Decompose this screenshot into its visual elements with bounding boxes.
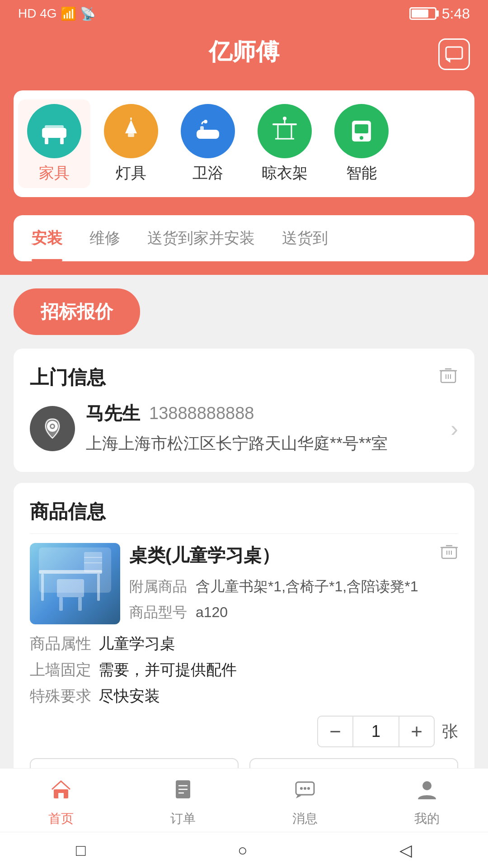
svg-rect-34 bbox=[78, 597, 82, 611]
network-indicator: HD 4G bbox=[18, 6, 57, 21]
category-item-drying[interactable]: 晾衣架 bbox=[249, 99, 321, 188]
product-attributes: 商品属性 儿童学习桌 上墙固定 需要，并可提供配件 特殊要求 尽快安装 bbox=[30, 633, 458, 707]
category-scroll: 家具 灯具 卫浴 bbox=[14, 90, 474, 197]
svg-rect-31 bbox=[97, 574, 100, 601]
nav-item-messages[interactable]: 消息 bbox=[244, 778, 366, 827]
category-item-bathroom[interactable]: 卫浴 bbox=[172, 99, 244, 188]
address-card: 上门信息 bbox=[14, 349, 474, 472]
bid-button[interactable]: 招标报价 bbox=[14, 288, 140, 335]
address-detail: 上海上海市松江区长宁路天山华庭**号**室 bbox=[86, 431, 435, 456]
product-name: 桌类(儿童学习桌） bbox=[129, 543, 280, 568]
svg-point-54 bbox=[422, 781, 432, 790]
nav-circle-button[interactable]: ○ bbox=[238, 841, 248, 860]
address-phone: 13888888888 bbox=[149, 404, 254, 423]
svg-rect-2 bbox=[45, 125, 64, 130]
svg-rect-33 bbox=[59, 597, 63, 611]
product-delete-icon[interactable] bbox=[440, 543, 458, 566]
tab-repair[interactable]: 维修 bbox=[76, 215, 134, 261]
svg-rect-30 bbox=[41, 574, 44, 601]
address-info: 马先生 13888888888 上海上海市松江区长宁路天山华庭**号**室 bbox=[86, 401, 435, 456]
svg-rect-45 bbox=[58, 793, 64, 798]
smart-label: 智能 bbox=[346, 163, 377, 184]
status-left: HD 4G 📶 📡 bbox=[18, 6, 96, 21]
bathroom-icon bbox=[181, 104, 235, 158]
app-title: 亿师傅 bbox=[209, 36, 279, 68]
svg-point-52 bbox=[304, 787, 306, 790]
svg-rect-32 bbox=[57, 579, 84, 597]
tab-deliver[interactable]: 送货到 bbox=[268, 215, 342, 261]
svg-rect-17 bbox=[355, 124, 368, 133]
quantity-increase-button[interactable]: + bbox=[399, 716, 435, 747]
address-row: 马先生 13888888888 上海上海市松江区长宁路天山华庭**号**室 › bbox=[30, 401, 458, 456]
accessory-value: 含儿童书架*1,含椅子*1,含陪读凳*1 bbox=[196, 578, 418, 594]
svg-rect-3 bbox=[45, 138, 48, 144]
svg-point-53 bbox=[307, 787, 310, 790]
tabs-container: 安装 维修 送货到家并安装 送货到 bbox=[14, 215, 474, 261]
product-item: 桌类(儿童学习桌） bbox=[30, 543, 458, 747]
quantity-decrease-button[interactable]: − bbox=[317, 716, 353, 747]
wifi-icon: 📡 bbox=[80, 6, 96, 21]
tab-deliver-install[interactable]: 送货到家并安装 bbox=[134, 215, 268, 261]
category-item-smart[interactable]: 智能 bbox=[325, 99, 398, 188]
smart-icon bbox=[334, 104, 389, 158]
profile-nav-label: 我的 bbox=[414, 810, 440, 827]
nav-item-orders[interactable]: 订单 bbox=[122, 778, 244, 827]
messages-nav-label: 消息 bbox=[292, 810, 318, 827]
wallfixed-label: 上墙固定 bbox=[30, 660, 91, 680]
message-button[interactable] bbox=[438, 38, 470, 70]
furniture-label: 家具 bbox=[39, 163, 70, 184]
nav-square-button[interactable]: □ bbox=[76, 841, 86, 860]
attribute-label: 商品属性 bbox=[30, 633, 91, 654]
specialreq-value: 尽快安装 bbox=[99, 686, 160, 707]
product-card-header: 商品信息 bbox=[30, 499, 458, 524]
lighting-icon bbox=[104, 104, 158, 158]
address-arrow-icon[interactable]: › bbox=[450, 415, 458, 442]
accessory-label: 附属商品 bbox=[129, 578, 187, 594]
product-info: 桌类(儿童学习桌） bbox=[129, 543, 458, 624]
drying-label: 晾衣架 bbox=[262, 163, 308, 184]
svg-point-9 bbox=[204, 120, 207, 123]
quantity-row: − 1 + 张 bbox=[30, 716, 458, 747]
profile-nav-icon bbox=[415, 778, 439, 807]
model-label: 商品型号 bbox=[129, 604, 187, 620]
tab-install[interactable]: 安装 bbox=[18, 215, 76, 261]
product-accessory: 附属商品 含儿童书架*1,含椅子*1,含陪读凳*1 bbox=[129, 575, 458, 598]
address-section-title: 上门信息 bbox=[30, 365, 106, 390]
product-row: 桌类(儿童学习桌） bbox=[30, 543, 458, 624]
address-delete-icon[interactable] bbox=[438, 365, 458, 390]
location-icon bbox=[30, 406, 75, 451]
system-nav: □ ○ ◁ bbox=[0, 832, 488, 868]
status-bar: HD 4G 📶 📡 5:48 bbox=[0, 0, 488, 27]
drying-icon bbox=[258, 104, 312, 158]
time-display: 5:48 bbox=[442, 5, 470, 22]
svg-rect-4 bbox=[60, 138, 64, 144]
svg-point-28 bbox=[51, 425, 54, 428]
address-name-phone: 马先生 13888888888 bbox=[86, 401, 435, 426]
specialreq-label: 特殊要求 bbox=[30, 686, 91, 707]
quantity-display: 1 bbox=[353, 716, 399, 747]
messages-nav-icon bbox=[293, 778, 317, 807]
product-image bbox=[30, 543, 120, 624]
bottom-nav: 首页 订单 消息 bbox=[0, 768, 488, 832]
status-right: 5:48 bbox=[409, 5, 470, 22]
wallfixed-value: 需要，并可提供配件 bbox=[99, 660, 237, 680]
category-item-furniture[interactable]: 家具 bbox=[18, 99, 90, 188]
svg-rect-7 bbox=[197, 130, 219, 139]
signal-icon: 📶 bbox=[61, 6, 76, 21]
orders-nav-label: 订单 bbox=[170, 810, 196, 827]
svg-rect-5 bbox=[128, 133, 134, 137]
svg-rect-0 bbox=[446, 47, 462, 59]
nav-back-button[interactable]: ◁ bbox=[399, 841, 412, 860]
app-header: 亿师傅 bbox=[0, 27, 488, 81]
nav-item-profile[interactable]: 我的 bbox=[366, 778, 488, 827]
svg-rect-35 bbox=[84, 552, 102, 572]
svg-point-18 bbox=[360, 136, 363, 140]
address-name: 马先生 bbox=[86, 401, 140, 426]
category-section: 家具 灯具 卫浴 bbox=[0, 81, 488, 215]
category-item-lighting[interactable]: 灯具 bbox=[95, 99, 167, 188]
product-model: 商品型号 a120 bbox=[129, 603, 458, 623]
nav-item-home[interactable]: 首页 bbox=[0, 778, 122, 827]
attr-row-wallfixed: 上墙固定 需要，并可提供配件 bbox=[30, 660, 458, 680]
quantity-unit: 张 bbox=[442, 721, 458, 743]
orders-nav-icon bbox=[171, 778, 195, 807]
